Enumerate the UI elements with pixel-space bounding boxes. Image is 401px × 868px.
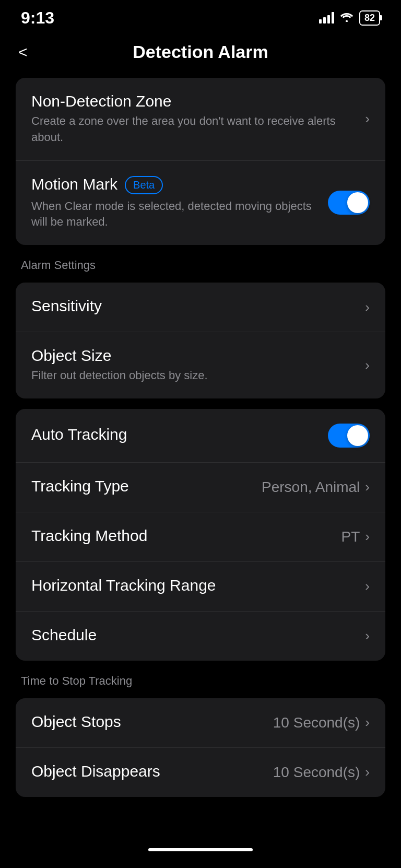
non-detection-zone-row[interactable]: Non-Detection Zone Create a zone over th… — [16, 78, 385, 161]
signal-icon — [319, 12, 334, 24]
stop-tracking-label: Time to Stop Tracking — [16, 674, 385, 688]
home-bar — [148, 848, 253, 851]
tracking-method-title: Tracking Method — [31, 527, 331, 545]
tracking-type-title: Tracking Type — [31, 477, 251, 495]
object-size-subtitle: Filter out detection objects by size. — [31, 368, 349, 384]
alarm-settings-label: Alarm Settings — [16, 259, 385, 272]
object-disappears-value: 10 Second(s) — [273, 764, 360, 781]
page-title: Detection Alarm — [133, 42, 268, 62]
chevron-icon: › — [365, 299, 370, 315]
chevron-icon: › — [365, 111, 370, 127]
motion-mark-subtitle: When Clear mode is selected, detected mo… — [31, 198, 317, 231]
back-button[interactable]: < — [18, 43, 28, 61]
non-detection-zone-subtitle: Create a zone over the area you don't wa… — [31, 113, 349, 146]
object-disappears-title: Object Disappears — [31, 763, 263, 780]
tracking-method-value: PT — [341, 529, 360, 545]
chevron-icon: › — [365, 529, 370, 545]
toggle-knob — [347, 192, 368, 213]
auto-tracking-title: Auto Tracking — [31, 426, 317, 443]
status-icons: 82 — [319, 10, 380, 26]
sensitivity-title: Sensitivity — [31, 297, 349, 315]
motion-mark-row[interactable]: Motion Mark Beta When Clear mode is sele… — [16, 161, 385, 245]
non-detection-zone-title: Non-Detection Zone — [31, 92, 349, 110]
horizontal-tracking-range-row[interactable]: Horizontal Tracking Range › — [16, 562, 385, 612]
chevron-icon: › — [365, 479, 370, 495]
status-time: 9:13 — [21, 8, 54, 28]
schedule-row[interactable]: Schedule › — [16, 612, 385, 661]
chevron-icon: › — [365, 628, 370, 644]
chevron-icon: › — [365, 357, 370, 373]
auto-tracking-row[interactable]: Auto Tracking — [16, 409, 385, 463]
alarm-settings-card: Sensitivity › Object Size Filter out det… — [16, 283, 385, 398]
tracking-method-row[interactable]: Tracking Method PT › — [16, 512, 385, 562]
object-stops-value: 10 Second(s) — [273, 714, 360, 731]
tracking-type-value: Person, Animal — [262, 479, 360, 496]
auto-tracking-toggle[interactable] — [328, 424, 370, 448]
schedule-title: Schedule — [31, 626, 349, 644]
content-area: Non-Detection Zone Create a zone over th… — [0, 73, 401, 802]
toggle-knob — [347, 425, 368, 446]
stop-tracking-card: Object Stops 10 Second(s) › Object Disap… — [16, 698, 385, 797]
tracking-type-row[interactable]: Tracking Type Person, Animal › — [16, 463, 385, 512]
object-stops-title: Object Stops — [31, 713, 263, 731]
beta-badge: Beta — [125, 176, 163, 194]
nav-header: < Detection Alarm — [0, 31, 401, 73]
home-indicator — [0, 838, 401, 862]
status-bar: 9:13 82 — [0, 0, 401, 31]
object-disappears-row[interactable]: Object Disappears 10 Second(s) › — [16, 748, 385, 797]
chevron-icon: › — [365, 714, 370, 731]
wifi-icon — [339, 10, 354, 25]
motion-mark-toggle[interactable] — [328, 191, 370, 215]
chevron-icon: › — [365, 764, 370, 780]
object-stops-row[interactable]: Object Stops 10 Second(s) › — [16, 698, 385, 748]
horizontal-tracking-range-title: Horizontal Tracking Range — [31, 577, 349, 594]
chevron-icon: › — [365, 578, 370, 594]
tracking-card: Auto Tracking Tracking Type Person, Anim… — [16, 409, 385, 661]
battery-icon: 82 — [359, 10, 380, 26]
object-size-row[interactable]: Object Size Filter out detection objects… — [16, 332, 385, 398]
object-size-title: Object Size — [31, 347, 349, 365]
sensitivity-row[interactable]: Sensitivity › — [16, 283, 385, 332]
motion-mark-title: Motion Mark — [31, 175, 117, 193]
zone-motion-card: Non-Detection Zone Create a zone over th… — [16, 78, 385, 245]
